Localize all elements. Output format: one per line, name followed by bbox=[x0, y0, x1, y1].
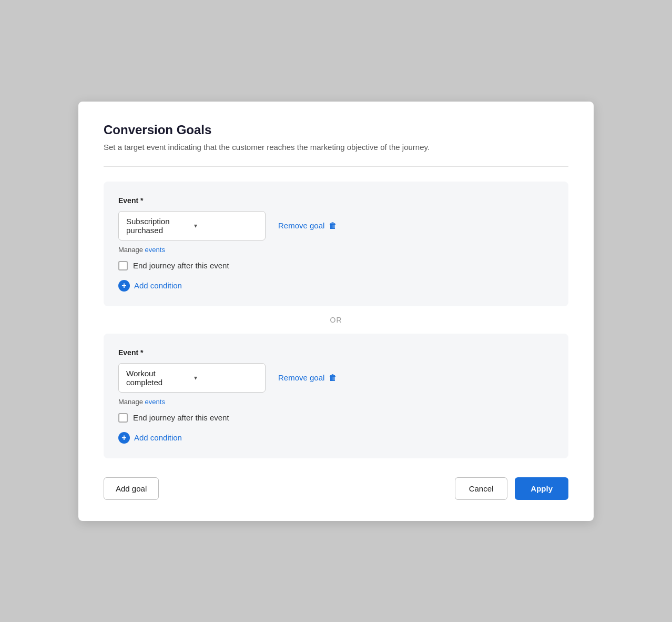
add-goal-button[interactable]: Add goal bbox=[104, 477, 159, 500]
goals-container: Event * Subscription purchased ▾ Remove … bbox=[104, 182, 568, 458]
add-condition-button-2[interactable]: + Add condition bbox=[118, 432, 182, 444]
modal-title: Conversion Goals bbox=[104, 123, 568, 137]
chevron-down-icon-2: ▾ bbox=[194, 374, 258, 382]
event-select-1[interactable]: Subscription purchased ▾ bbox=[118, 211, 266, 240]
checkbox-row-2: End journey after this event bbox=[118, 413, 554, 423]
event-select-2[interactable]: Workout completed ▾ bbox=[118, 363, 266, 393]
or-divider: OR bbox=[104, 306, 568, 334]
remove-goal-label-1: Remove goal bbox=[278, 221, 324, 230]
remove-goal-label-2: Remove goal bbox=[278, 373, 324, 382]
modal-footer: Add goal Cancel Apply bbox=[104, 477, 568, 500]
add-condition-label-2: Add condition bbox=[134, 433, 182, 442]
event-label-2: Event * bbox=[118, 348, 554, 357]
end-journey-checkbox-1[interactable] bbox=[118, 261, 128, 270]
modal-subtitle: Set a target event indicating that the c… bbox=[104, 143, 568, 152]
end-journey-checkbox-2[interactable] bbox=[118, 413, 128, 423]
footer-right: Cancel Apply bbox=[455, 477, 568, 500]
manage-events-link-1[interactable]: events bbox=[145, 246, 165, 254]
plus-circle-icon-2: + bbox=[118, 432, 130, 444]
manage-events-text-1: Manage events bbox=[118, 246, 554, 254]
goal-block-1: Event * Subscription purchased ▾ Remove … bbox=[104, 182, 568, 306]
add-condition-button-1[interactable]: + Add condition bbox=[118, 280, 182, 292]
manage-events-link-2[interactable]: events bbox=[145, 398, 165, 406]
event-select-1-value: Subscription purchased bbox=[126, 217, 190, 235]
conversion-goals-modal: Conversion Goals Set a target event indi… bbox=[78, 102, 594, 521]
goal-block-2: Event * Workout completed ▾ Remove goal … bbox=[104, 334, 568, 458]
event-row-2: Workout completed ▾ Remove goal 🗑 bbox=[118, 363, 554, 393]
end-journey-label-2: End journey after this event bbox=[133, 413, 229, 422]
add-condition-label-1: Add condition bbox=[134, 281, 182, 290]
remove-goal-button-2[interactable]: Remove goal 🗑 bbox=[278, 373, 337, 383]
manage-events-text-2: Manage events bbox=[118, 398, 554, 406]
header-divider bbox=[104, 166, 568, 167]
checkbox-row-1: End journey after this event bbox=[118, 261, 554, 270]
event-label-1: Event * bbox=[118, 196, 554, 205]
apply-button[interactable]: Apply bbox=[515, 477, 568, 500]
trash-icon-2: 🗑 bbox=[329, 373, 337, 383]
chevron-down-icon-1: ▾ bbox=[194, 222, 258, 229]
remove-goal-button-1[interactable]: Remove goal 🗑 bbox=[278, 221, 337, 230]
trash-icon-1: 🗑 bbox=[329, 221, 337, 230]
end-journey-label-1: End journey after this event bbox=[133, 261, 229, 270]
cancel-button[interactable]: Cancel bbox=[455, 477, 508, 500]
event-row-1: Subscription purchased ▾ Remove goal 🗑 bbox=[118, 211, 554, 240]
event-select-2-value: Workout completed bbox=[126, 369, 190, 387]
plus-circle-icon-1: + bbox=[118, 280, 130, 292]
